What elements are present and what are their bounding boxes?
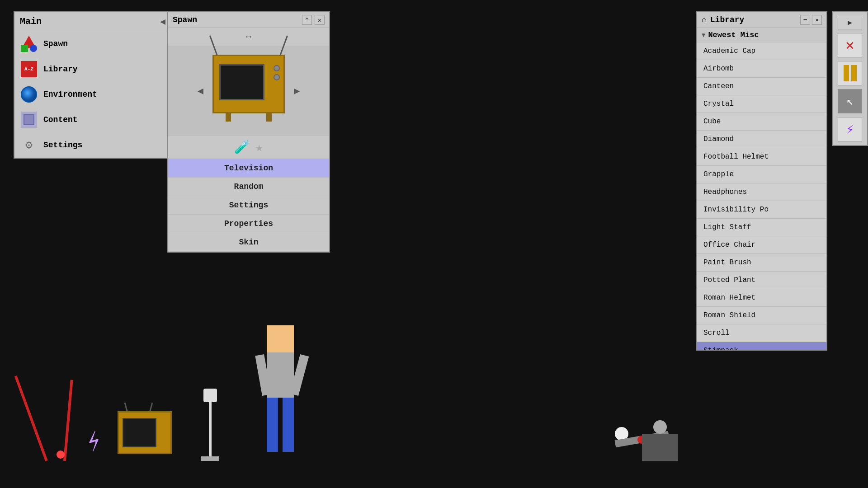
- library-label: Library: [43, 65, 78, 74]
- lib-item-football-helmet[interactable]: Football Helmet: [697, 148, 826, 166]
- spawn-menu-random[interactable]: Random: [168, 178, 329, 196]
- main-menu-item-content[interactable]: Content: [14, 107, 171, 132]
- toolbar-pause-button[interactable]: [838, 61, 862, 85]
- settings-label: Settings: [43, 141, 82, 150]
- lib-item-grapple[interactable]: Grapple: [697, 166, 826, 183]
- spawn-close-button[interactable]: ✕: [315, 15, 325, 25]
- category-label: Newest Misc: [708, 31, 759, 39]
- main-menu-item-library[interactable]: A-Z Library: [14, 56, 171, 82]
- scene: ⚡: [0, 0, 868, 488]
- lib-item-stimpack[interactable]: Stimpack: [697, 342, 826, 350]
- lib-item-headphones[interactable]: Headphones: [697, 183, 826, 201]
- library-minimize-button[interactable]: —: [800, 15, 810, 25]
- spawn-titlebar-buttons: ⌃ ✕: [302, 15, 325, 25]
- lib-item-scroll[interactable]: Scroll: [697, 324, 826, 342]
- library-category[interactable]: ▼ Newest Misc: [697, 28, 826, 42]
- environment-label: Environment: [43, 90, 97, 99]
- right-toolbar: ▶ ✕ ↖ ⚡: [832, 11, 868, 146]
- spawn-next-button[interactable]: ▶: [289, 83, 304, 99]
- spawn-menu-properties[interactable]: Properties: [168, 215, 329, 233]
- lib-item-roman-helmet[interactable]: Roman Helmet: [697, 289, 826, 307]
- spawn-icon: [21, 36, 37, 52]
- right-robot-object: [615, 389, 705, 461]
- toolbar-lightning-button[interactable]: ⚡: [838, 117, 862, 141]
- lib-item-airbomb[interactable]: Airbomb: [697, 60, 826, 78]
- lib-item-canteen[interactable]: Canteen: [697, 78, 826, 95]
- toolbar-cursor-button[interactable]: ↖: [838, 89, 862, 113]
- pause-icon: [844, 65, 857, 81]
- spawn-menu-settings[interactable]: Settings: [168, 196, 329, 215]
- spawn-label: Spawn: [43, 39, 68, 48]
- library-item-list[interactable]: Academic Cap Airbomb Canteen Crystal Cub…: [697, 42, 826, 350]
- content-icon: [21, 112, 37, 128]
- close-x-icon: ✕: [845, 36, 854, 54]
- spawn-menu-skin[interactable]: Skin: [168, 233, 329, 252]
- main-panel-title: Main: [20, 16, 42, 27]
- main-panel-close-button[interactable]: ◀: [160, 16, 165, 27]
- library-panel: ⌂ Library — ✕ ▼ Newest Misc Academic Cap…: [696, 11, 827, 351]
- content-label: Content: [43, 115, 78, 124]
- lib-item-office-chair[interactable]: Office Chair: [697, 236, 826, 254]
- library-titlebar: ⌂ Library — ✕: [697, 12, 826, 28]
- spawn-menu: Television Random Settings Properties Sk…: [168, 159, 329, 252]
- main-panel: Main ◀ Spawn A-Z Library Environment: [14, 11, 172, 159]
- environment-icon: [21, 86, 37, 103]
- lib-item-light-staff[interactable]: Light Staff: [697, 219, 826, 236]
- main-menu-item-environment[interactable]: Environment: [14, 82, 171, 107]
- lib-item-potted-plant[interactable]: Potted Plant: [697, 272, 826, 289]
- main-menu-item-settings[interactable]: ⚙ Settings: [14, 132, 171, 158]
- lib-item-crystal[interactable]: Crystal: [697, 95, 826, 113]
- flask-icon: 🧪: [234, 140, 250, 155]
- settings-icon: ⚙: [21, 137, 37, 153]
- toolbar-collapse-button[interactable]: ▶: [838, 16, 862, 29]
- library-title: Library: [710, 15, 745, 24]
- spawn-prev-button[interactable]: ◀: [193, 83, 208, 99]
- spawn-nav-bar: ↔: [168, 28, 329, 46]
- tv-preview: [208, 55, 289, 127]
- lightning-icon: ⚡: [846, 121, 854, 138]
- lib-item-cube[interactable]: Cube: [697, 113, 826, 131]
- lib-item-academic-cap[interactable]: Academic Cap: [697, 42, 826, 60]
- spawn-minimize-button[interactable]: ⌃: [302, 15, 312, 25]
- spawn-preview-area: ◀ ▶: [168, 46, 329, 136]
- lib-item-diamond[interactable]: Diamond: [697, 131, 826, 148]
- nav-hint-icon: ↔: [246, 32, 251, 42]
- floor-television: [118, 411, 176, 461]
- spawn-panel-title: Spawn: [173, 15, 197, 24]
- toolbar-close-button[interactable]: ✕: [838, 33, 862, 57]
- star-icon: ★: [255, 140, 263, 155]
- library-close-button[interactable]: ✕: [812, 15, 822, 25]
- spawn-menu-television[interactable]: Television: [168, 159, 329, 178]
- spawn-panel: Spawn ⌃ ✕ ↔ ◀: [167, 11, 330, 253]
- lamp-object: [199, 389, 222, 461]
- lib-item-paint-brush[interactable]: Paint Brush: [697, 254, 826, 272]
- stickman-character: [253, 325, 307, 452]
- scene-objects: ⚡: [0, 352, 868, 488]
- spawn-icons-row: 🧪 ★: [168, 136, 329, 159]
- main-panel-titlebar: Main ◀: [14, 12, 171, 31]
- main-menu-item-spawn[interactable]: Spawn: [14, 31, 171, 56]
- lib-item-roman-shield[interactable]: Roman Shield: [697, 307, 826, 324]
- spawn-panel-titlebar: Spawn ⌃ ✕: [168, 12, 329, 28]
- cursor-icon: ↖: [846, 94, 854, 108]
- library-home-icon: ⌂: [702, 15, 707, 24]
- category-arrow-icon: ▼: [702, 32, 705, 39]
- library-icon: A-Z: [21, 61, 37, 77]
- lib-item-invisibility[interactable]: Invisibility Po: [697, 201, 826, 219]
